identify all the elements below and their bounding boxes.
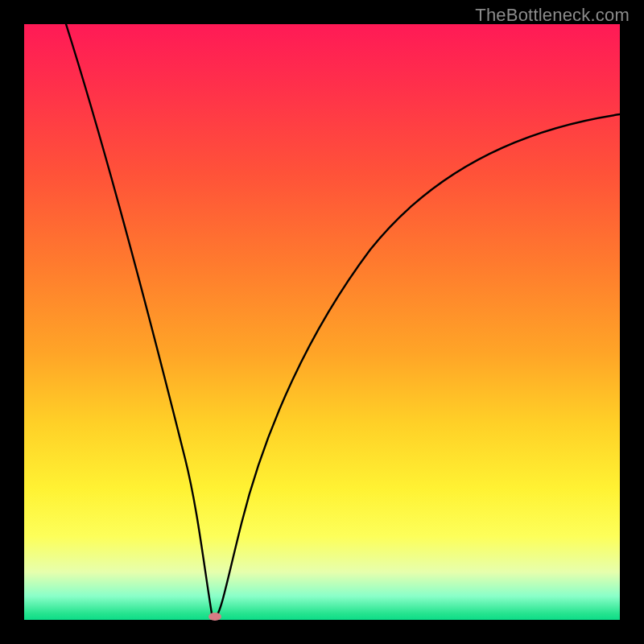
bottleneck-curve — [24, 24, 620, 620]
curve-right-path — [215, 114, 620, 618]
min-marker — [208, 613, 221, 621]
curve-left-path — [66, 24, 215, 618]
chart-frame: TheBottleneck.com — [0, 0, 644, 644]
brand-watermark: TheBottleneck.com — [475, 5, 630, 26]
plot-area — [24, 24, 620, 620]
